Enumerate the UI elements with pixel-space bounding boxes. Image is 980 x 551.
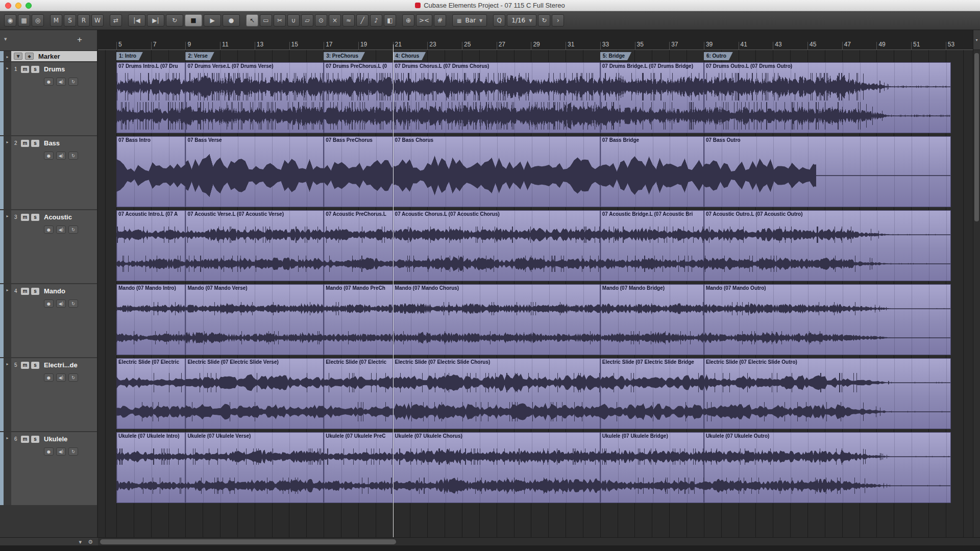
audio-clip[interactable]: Electric Slide (07 Electric Slide Chorus… [393, 358, 600, 429]
go-start-button[interactable]: |◀ [128, 14, 145, 27]
audio-clip[interactable]: Mando (07 Mando Bridge) [600, 284, 704, 355]
play-button[interactable]: ▶ [204, 14, 221, 27]
audio-clip[interactable]: 07 Bass Outro [704, 136, 951, 207]
audio-clip[interactable]: Electric Slide (07 Electric Slide Verse) [185, 358, 324, 429]
horizontal-scroll-thumb[interactable] [100, 539, 396, 544]
solo-button[interactable]: s [31, 214, 39, 221]
erase-tool-button[interactable]: ▱ [301, 14, 313, 27]
track-header-1[interactable]: ▸1msDrums●◀)↻ [0, 62, 97, 135]
track-header-3[interactable]: ▸3msAcoustic●◀)↻ [0, 210, 97, 283]
audio-clip[interactable]: Electric Slide (07 Electric Slide Outro) [704, 358, 951, 429]
automation-panel-button[interactable]: ◉ [4, 14, 16, 27]
glue-tool-button[interactable]: ∪ [287, 14, 300, 27]
record-enable-button[interactable]: ● [44, 299, 54, 308]
audio-clip[interactable]: Ukulele (07 Ukulele PreC [324, 432, 393, 503]
marker-tab[interactable]: 6: Outro [704, 52, 733, 60]
audio-clip[interactable]: 07 Drums Chorus.L (07 Drums Chorus) [393, 62, 600, 133]
audio-clip[interactable]: 07 Drums PreChorus.L (0 [324, 62, 393, 133]
edit-channel-button[interactable]: ↻ [68, 152, 78, 160]
record-button[interactable]: ● [223, 14, 240, 27]
mute-button[interactable]: m [21, 140, 29, 147]
audio-clip[interactable]: Ukulele (07 Ukulele Bridge) [600, 432, 704, 503]
track-scroll-icon[interactable]: ▾ [79, 539, 82, 545]
audio-clip[interactable]: Electric Slide (07 Electric Slide Bridge [600, 358, 704, 429]
add-marker-button[interactable]: ▼ [14, 53, 22, 60]
solo-button[interactable]: s [31, 362, 39, 369]
go-end-button[interactable]: ▶| [147, 14, 164, 27]
monitor-button[interactable]: ◀) [56, 152, 66, 160]
monitor-button[interactable]: ◀) [56, 299, 66, 308]
monitor-button[interactable]: ◀) [56, 373, 66, 382]
split-tool-button[interactable]: ✂ [274, 14, 286, 27]
audio-clip[interactable]: Ukulele (07 Ukulele Intro) [116, 432, 185, 503]
track-header-4[interactable]: ▸4msMando●◀)↻ [0, 284, 97, 357]
grid-type-button[interactable]: # [434, 14, 446, 27]
edit-channel-button[interactable]: ↻ [68, 373, 78, 382]
solo-button[interactable]: s [31, 436, 39, 443]
playhead-cursor[interactable] [393, 44, 394, 537]
marker-tab[interactable]: 2: Verse [185, 52, 214, 60]
monitor-button[interactable]: ◀) [56, 226, 66, 234]
warp-tool-button[interactable]: ≈ [342, 14, 355, 27]
edit-channel-button[interactable]: ↻ [68, 447, 78, 456]
audio-clip[interactable]: 07 Bass Verse [185, 136, 324, 207]
solo-all-button[interactable]: S [64, 14, 76, 27]
audio-clip[interactable]: 07 Drums Verse.L (07 Drums Verse) [185, 62, 324, 133]
color-tool-button[interactable]: ◧ [384, 14, 396, 27]
track-filter-icon[interactable]: ▾ [4, 36, 7, 42]
range-tool-button[interactable]: ▭ [260, 14, 272, 27]
setup-window-button[interactable]: ▦ [18, 14, 30, 27]
audio-clip[interactable]: 07 Acoustic Intro.L (07 A [116, 210, 185, 281]
track-header-6[interactable]: ▸6msUkulele●◀)↻ [0, 432, 97, 505]
record-enable-button[interactable]: ● [44, 226, 54, 234]
select-tool-button[interactable]: ↖ [246, 14, 258, 27]
mute-button[interactable]: m [21, 214, 29, 221]
audio-clip[interactable]: 07 Acoustic Chorus.L (07 Acoustic Chorus… [393, 210, 600, 281]
write-automation-button[interactable]: W [91, 14, 104, 27]
audio-clip[interactable]: Ukulele (07 Ukulele Chorus) [393, 432, 600, 503]
solo-button[interactable]: s [31, 140, 39, 147]
edit-channel-button[interactable]: ↻ [68, 226, 78, 234]
quantize-panel-button[interactable]: › [552, 14, 564, 27]
vertical-scroll-thumb[interactable] [974, 53, 979, 221]
vertical-scrollbar[interactable]: ▾ + [973, 30, 980, 545]
autoscroll-button[interactable]: ⊕ [402, 14, 414, 27]
play-tool-button[interactable]: ♪ [370, 14, 382, 27]
audio-clip[interactable]: Mando (07 Mando Chorus) [393, 284, 600, 355]
track-header-5[interactable]: ▸5msElectri...de●◀)↻ [0, 358, 97, 431]
audio-clip[interactable]: 07 Drums Outro.L (07 Drums Outro) [704, 62, 951, 133]
timeline-ruler[interactable]: 5791113151719212325272931333537394143454… [98, 30, 973, 50]
audio-clip[interactable]: 07 Bass PreChorus [324, 136, 393, 207]
mute-all-button[interactable]: M [50, 14, 62, 27]
solo-button[interactable]: s [31, 288, 39, 295]
mute-button[interactable]: m [21, 362, 29, 369]
record-enable-button[interactable]: ● [44, 373, 54, 382]
audio-clip[interactable]: Ukulele (07 Ukulele Outro) [704, 432, 951, 503]
audio-clip[interactable]: 07 Acoustic Bridge.L (07 Acoustic Bri [600, 210, 704, 281]
audio-clip[interactable]: Mando (07 Mando Intro) [116, 284, 185, 355]
audio-clip[interactable]: Mando (07 Mando Outro) [704, 284, 951, 355]
marker-track-header[interactable]: ▸▼◆Marker [0, 51, 97, 61]
arrange-area[interactable]: 5791113151719212325272931333537394143454… [98, 30, 973, 537]
snap-button[interactable]: >< [416, 14, 432, 27]
snap-type-select[interactable]: ▦ Bar ▼ [452, 14, 487, 27]
cycle-button[interactable]: ↻ [166, 14, 183, 27]
audio-clip[interactable]: 07 Drums Intro.L (07 Dru [116, 62, 185, 133]
settings-gear-icon[interactable]: ⚙ [88, 539, 93, 545]
marker-tab[interactable]: 1: Intro [116, 52, 143, 60]
metronome-dial-button[interactable]: ◎ [32, 14, 44, 27]
quantize-select[interactable]: 1/16 ▼ [507, 14, 536, 27]
solo-button[interactable]: s [31, 66, 39, 73]
record-enable-button[interactable]: ● [44, 78, 54, 86]
audio-clip[interactable]: 07 Acoustic Verse.L (07 Acoustic Verse) [185, 210, 324, 281]
mute-tool-button[interactable]: × [329, 14, 341, 27]
ruler-options-button[interactable]: ▾ [973, 30, 980, 50]
stop-button[interactable]: ■ [185, 14, 202, 27]
audio-clip[interactable]: Mando (07 Mando Verse) [185, 284, 324, 355]
audio-clip[interactable]: 07 Acoustic PreChorus.L [324, 210, 393, 281]
edit-channel-button[interactable]: ↻ [68, 299, 78, 308]
zoom-tool-button[interactable]: ⊙ [315, 14, 327, 27]
monitor-button[interactable]: ◀) [56, 78, 66, 86]
audio-clip[interactable]: Electric Slide (07 Electric [116, 358, 185, 429]
auto-punch-button[interactable]: ⇄ [110, 14, 122, 27]
